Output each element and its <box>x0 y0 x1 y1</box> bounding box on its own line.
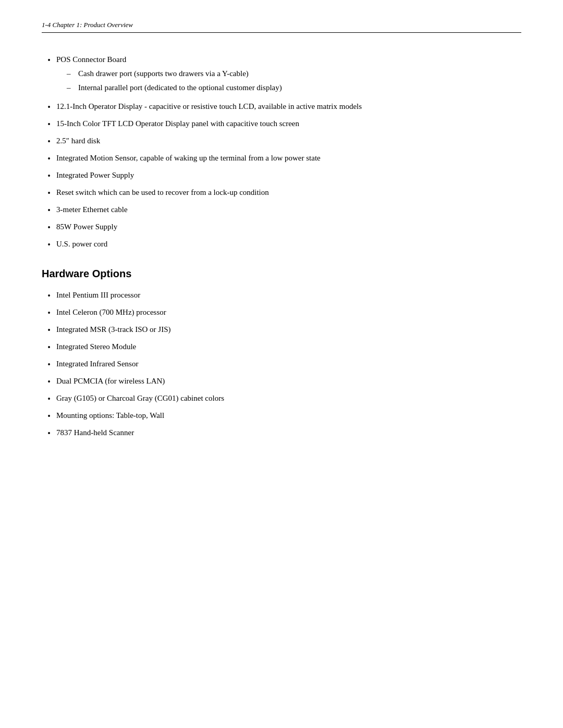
item-text: POS Connector Board – Cash drawer port (… <box>56 54 521 96</box>
bullet-icon: • <box>42 221 56 234</box>
list-item: • U.S. power cord <box>42 238 521 251</box>
list-item: • Gray (G105) or Charcoal Gray (CG01) ca… <box>42 392 521 405</box>
main-list: • POS Connector Board – Cash drawer port… <box>42 54 521 251</box>
item-label: Intel Pentium III processor <box>56 289 521 301</box>
item-label: Mounting options: Table-top, Wall <box>56 410 521 422</box>
item-label: Intel Celeron (700 MHz) processor <box>56 306 521 318</box>
hardware-options-list: • Intel Pentium III processor • Intel Ce… <box>42 289 521 440</box>
item-label: 85W Power Supply <box>56 221 521 233</box>
list-item: • Mounting options: Table-top, Wall <box>42 410 521 423</box>
bullet-icon: • <box>42 54 56 67</box>
list-item: • 2.5″ hard disk <box>42 135 521 148</box>
item-label: Integrated Infrared Sensor <box>56 358 521 370</box>
item-label: POS Connector Board <box>56 55 126 64</box>
item-label: 3-meter Ethernet cable <box>56 204 521 216</box>
bullet-icon: • <box>42 324 56 337</box>
sub-list: – Cash drawer port (supports two drawers… <box>56 68 521 94</box>
item-label: Integrated Motion Sensor, capable of wak… <box>56 152 521 164</box>
list-item: • 12.1-Inch Operator Display - capacitiv… <box>42 101 521 114</box>
bullet-icon: • <box>42 204 56 217</box>
item-label: U.S. power cord <box>56 238 521 250</box>
list-item: • 7837 Hand-held Scanner <box>42 427 521 440</box>
item-label: 2.5″ hard disk <box>56 135 521 147</box>
item-label: Reset switch which can be used to recove… <box>56 187 521 199</box>
page-content: • POS Connector Board – Cash drawer port… <box>42 48 521 440</box>
dash-icon: – <box>67 68 78 80</box>
bullet-icon: • <box>42 170 56 182</box>
list-item: • Intel Pentium III processor <box>42 289 521 302</box>
item-label: 15-Inch Color TFT LCD Operator Display p… <box>56 118 521 130</box>
list-item: • Integrated Motion Sensor, capable of w… <box>42 152 521 165</box>
sub-item-text: Cash drawer port (supports two drawers v… <box>78 68 521 80</box>
header-text: 1-4 Chapter 1: Product Overview <box>42 21 133 29</box>
page: 1-4 Chapter 1: Product Overview • POS Co… <box>0 0 563 728</box>
bullet-icon: • <box>42 393 56 405</box>
bullet-icon: • <box>42 153 56 165</box>
bullet-icon: • <box>42 290 56 302</box>
item-label: Dual PCMCIA (for wireless LAN) <box>56 375 521 387</box>
list-item: • Dual PCMCIA (for wireless LAN) <box>42 375 521 388</box>
section-title-hardware-options: Hardware Options <box>42 268 521 280</box>
list-item: • Integrated MSR (3-track ISO or JIS) <box>42 324 521 337</box>
item-label: Gray (G105) or Charcoal Gray (CG01) cabi… <box>56 392 521 404</box>
list-item: • Reset switch which can be used to reco… <box>42 187 521 200</box>
list-item: • 3-meter Ethernet cable <box>42 204 521 217</box>
list-item: • POS Connector Board – Cash drawer port… <box>42 54 521 96</box>
page-header: 1-4 Chapter 1: Product Overview <box>42 21 521 33</box>
bullet-icon: • <box>42 427 56 440</box>
list-item: • Integrated Infrared Sensor <box>42 358 521 371</box>
bullet-icon: • <box>42 187 56 200</box>
item-label: Integrated MSR (3-track ISO or JIS) <box>56 324 521 336</box>
item-label: 7837 Hand-held Scanner <box>56 427 521 439</box>
list-item: • 85W Power Supply <box>42 221 521 234</box>
item-label: 12.1-Inch Operator Display - capacitive … <box>56 101 521 113</box>
bullet-icon: • <box>42 307 56 319</box>
sub-list-item: – Internal parallel port (dedicated to t… <box>56 82 521 94</box>
bullet-icon: • <box>42 341 56 354</box>
list-item: • Integrated Stereo Module <box>42 341 521 354</box>
list-item: • Integrated Power Supply <box>42 169 521 182</box>
dash-icon: – <box>67 82 78 94</box>
bullet-icon: • <box>42 101 56 114</box>
list-item: • Intel Celeron (700 MHz) processor <box>42 306 521 319</box>
item-label: Integrated Power Supply <box>56 169 521 181</box>
list-item: • 15-Inch Color TFT LCD Operator Display… <box>42 118 521 131</box>
bullet-icon: • <box>42 135 56 148</box>
sub-list-item: – Cash drawer port (supports two drawers… <box>56 68 521 80</box>
bullet-icon: • <box>42 410 56 423</box>
bullet-icon: • <box>42 359 56 371</box>
bullet-icon: • <box>42 239 56 251</box>
bullet-icon: • <box>42 118 56 131</box>
bullet-icon: • <box>42 376 56 388</box>
sub-item-text: Internal parallel port (dedicated to the… <box>78 82 521 94</box>
item-label: Integrated Stereo Module <box>56 341 521 353</box>
